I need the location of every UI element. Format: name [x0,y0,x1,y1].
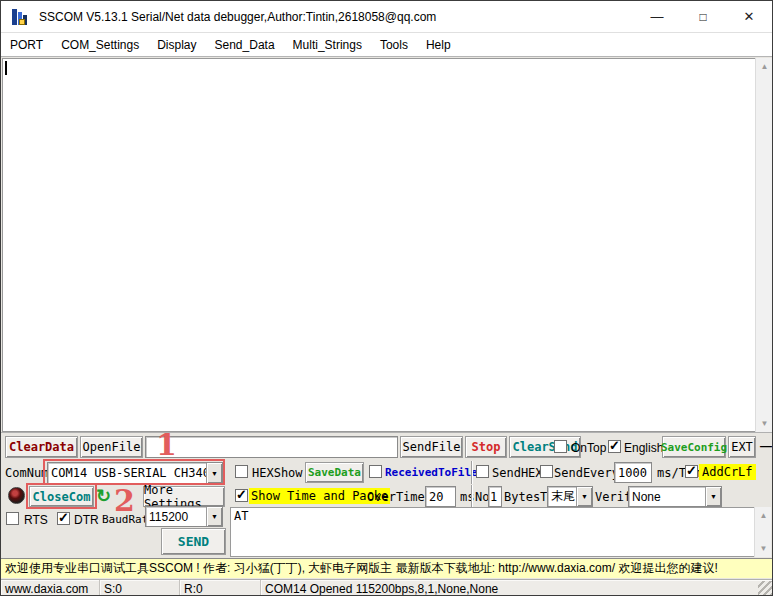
menu-display[interactable]: Display [148,33,205,56]
verify-select[interactable]: None ▼ [628,486,722,507]
scroll-down-icon[interactable]: ▼ [756,416,773,431]
status-port-info: COM14 Opened 115200bps,8,1,None,None [261,580,773,596]
text-caret [5,61,7,75]
save-config-button[interactable]: SaveConfig [662,436,726,458]
file-path-input[interactable] [145,436,398,458]
bytes-to-select[interactable]: 末尾 ▼ [547,486,593,507]
status-site[interactable]: www.daxia.com [1,580,100,596]
dtr-checkbox[interactable] [57,512,70,525]
more-settings-button[interactable]: More Settings [143,486,225,507]
bytes-to-dropdown-icon[interactable]: ▼ [576,487,592,506]
sscom-window: SSCOM V5.13.1 Serial/Net data debugger,A… [0,0,773,596]
hexshow-checkbox[interactable] [235,465,248,478]
addcrlf-checkbox[interactable] [685,465,698,478]
scroll-up-icon[interactable]: ▲ [756,59,773,74]
com-port-value: COM14 USB-SERIAL CH340K [48,466,206,480]
title-bar: SSCOM V5.13.1 Serial/Net data debugger,A… [1,1,772,33]
menu-tools[interactable]: Tools [371,33,417,56]
rts-label: RTS [24,513,48,527]
close-button[interactable]: ✕ [726,1,772,32]
send-scroll-down-icon[interactable]: ▼ [755,541,772,556]
rts-checkbox[interactable] [6,512,19,525]
received-to-file-checkbox[interactable] [369,465,382,478]
menu-multi-strings[interactable]: Multi_Strings [284,33,371,56]
status-received-count: R:0 [180,580,261,596]
verify-dropdown-icon[interactable]: ▼ [705,487,721,506]
english-checkbox[interactable] [608,440,621,453]
send-button[interactable]: SEND [161,528,226,555]
baudrate-dropdown-icon[interactable]: ▼ [206,507,222,526]
send-text-area[interactable]: AT [230,507,757,557]
received-to-file-label: ReceivedToFile [385,466,478,479]
overtime-label: OverTime: [367,490,432,504]
ext-button[interactable]: EXT [728,436,756,458]
window-title: SSCOM V5.13.1 Serial/Net data debugger,A… [39,10,436,24]
refresh-ports-icon[interactable]: ↻ [96,485,111,507]
menu-com-settings[interactable]: COM_Settings [52,33,148,56]
com-port-select[interactable]: COM14 USB-SERIAL CH340K ▼ [47,462,223,484]
menu-help[interactable]: Help [417,33,460,56]
save-data-button[interactable]: SaveData [305,462,364,483]
english-label: English [624,441,663,455]
status-bar: www.daxia.com S:0 R:0 COM14 Opened 11520… [1,579,773,596]
com-status-led-icon [8,487,25,504]
ontop-checkbox[interactable] [554,440,567,453]
ontop-label: OnTop [571,441,606,455]
receive-terminal[interactable] [2,58,773,432]
com-dropdown-icon[interactable]: ▼ [206,463,222,483]
send-scroll-up-icon[interactable]: ▲ [755,508,772,523]
stop-button[interactable]: Stop [465,436,507,458]
sendhex-checkbox[interactable] [476,465,489,478]
terminal-scrollbar[interactable]: ▲ ▼ [755,58,772,432]
maximize-button[interactable]: □ [680,1,726,32]
sendevery-interval-input[interactable] [614,462,652,483]
menu-bar: PORT COM_Settings Display Send_Data Mult… [1,33,772,57]
open-file-button[interactable]: OpenFile [80,436,143,458]
status-sent-count: S:0 [100,580,180,596]
baudrate-value: 115200 [146,510,206,524]
sendevery-checkbox[interactable] [540,465,553,478]
menu-port[interactable]: PORT [1,33,52,56]
clear-data-button[interactable]: ClearData [5,436,78,458]
baudrate-select[interactable]: 115200 ▼ [145,506,223,527]
bytes-to-value: 末尾 [548,488,576,505]
packet-no-input[interactable] [488,486,502,507]
resize-grip[interactable] [758,581,772,595]
addcrlf-label: AddCrLf [699,464,756,480]
panel-dash-icon: — [760,439,772,453]
send-file-button[interactable]: SendFile [400,436,463,458]
minimize-button[interactable]: — [634,1,680,32]
comnum-label: ComNum [5,466,48,480]
close-com-button[interactable]: CloseCom [29,486,94,507]
overtime-input[interactable] [425,486,456,507]
show-time-checkbox[interactable] [235,489,248,502]
info-bar: 欢迎使用专业串口调试工具SSCOM ! 作者: 习小猛(丁丁), 大虾电子网版主… [1,558,773,578]
sendhex-label: SendHEX [492,466,543,480]
verify-value: None [629,490,705,504]
menu-send-data[interactable]: Send_Data [206,33,284,56]
send-area-scrollbar[interactable]: ▲ ▼ [754,507,771,557]
app-icon [11,7,31,27]
hexshow-label: HEXShow [252,466,303,480]
dtr-label: DTR [74,513,99,527]
